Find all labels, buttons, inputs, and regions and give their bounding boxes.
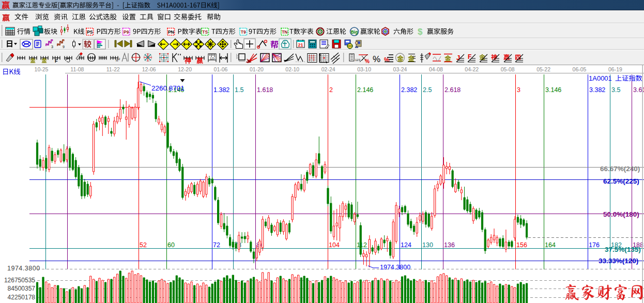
svg-text:124: 124 bbox=[401, 241, 411, 249]
svg-text:156: 156 bbox=[516, 241, 527, 249]
svg-text:3: 3 bbox=[51, 45, 53, 49]
svg-text:136: 136 bbox=[444, 241, 455, 249]
svg-text:PS: PS bbox=[87, 29, 93, 35]
svg-text:11-08: 11-08 bbox=[70, 66, 84, 72]
svg-text:06-05: 06-05 bbox=[573, 66, 587, 72]
svg-text:3.382: 3.382 bbox=[589, 86, 605, 94]
svg-text:PN: PN bbox=[168, 29, 174, 35]
svg-text:02-10: 02-10 bbox=[285, 66, 299, 72]
svg-text:12-06: 12-06 bbox=[142, 66, 156, 72]
svg-text:03-10: 03-10 bbox=[357, 66, 371, 72]
svg-text:2.382: 2.382 bbox=[401, 86, 417, 94]
svg-text:84500357: 84500357 bbox=[8, 285, 36, 292]
svg-text:04-22: 04-22 bbox=[465, 66, 479, 72]
svg-text:123: 123 bbox=[355, 58, 361, 62]
svg-text:3.5: 3.5 bbox=[611, 86, 620, 94]
svg-text:1.382: 1.382 bbox=[213, 86, 229, 94]
svg-text:03-24: 03-24 bbox=[393, 66, 407, 72]
svg-text:2.146: 2.146 bbox=[357, 86, 373, 94]
svg-text:05-22: 05-22 bbox=[536, 66, 550, 72]
svg-text:2.5: 2.5 bbox=[423, 86, 432, 94]
svg-text:130: 130 bbox=[422, 241, 433, 249]
svg-text:123: 123 bbox=[210, 57, 214, 60]
svg-text:01-20: 01-20 bbox=[250, 66, 264, 72]
svg-text:T9: T9 bbox=[241, 29, 246, 35]
svg-text:1974.3800: 1974.3800 bbox=[7, 265, 40, 272]
svg-text:126750535: 126750535 bbox=[4, 277, 35, 284]
svg-text:62.5%(225): 62.5%(225) bbox=[603, 177, 639, 185]
svg-text:72: 72 bbox=[213, 241, 220, 249]
svg-text:10-25: 10-25 bbox=[35, 66, 49, 72]
svg-text:12-20: 12-20 bbox=[178, 66, 192, 72]
svg-text:06-19: 06-19 bbox=[608, 66, 622, 72]
svg-text:3.146: 3.146 bbox=[545, 86, 561, 94]
svg-text:Big: Big bbox=[351, 29, 358, 35]
svg-text:3: 3 bbox=[517, 86, 520, 94]
svg-text:50.0%(180): 50.0%(180) bbox=[603, 210, 639, 218]
svg-text:112: 112 bbox=[357, 241, 367, 249]
svg-text:2.618: 2.618 bbox=[444, 86, 461, 94]
svg-text:TS: TS bbox=[202, 29, 208, 35]
svg-text:TN: TN bbox=[282, 29, 287, 35]
svg-text:01-06: 01-06 bbox=[214, 66, 228, 72]
svg-text:n: n bbox=[116, 58, 118, 63]
svg-text:1974.3800: 1974.3800 bbox=[380, 264, 410, 271]
svg-text:176: 176 bbox=[589, 241, 600, 249]
svg-text:11-22: 11-22 bbox=[106, 66, 120, 72]
svg-text:%: % bbox=[373, 54, 380, 64]
svg-text:42250178: 42250178 bbox=[8, 294, 36, 301]
svg-text:104: 104 bbox=[329, 241, 340, 249]
svg-text:33.33%(120): 33.33%(120) bbox=[599, 257, 638, 265]
svg-text:P9: P9 bbox=[124, 29, 129, 35]
svg-text:1.618: 1.618 bbox=[257, 86, 273, 94]
svg-text:F: F bbox=[468, 53, 471, 60]
svg-text:66.67%(240): 66.67%(240) bbox=[600, 165, 640, 173]
svg-text:2260.8701: 2260.8701 bbox=[151, 84, 185, 92]
svg-text:37.5%(135): 37.5%(135) bbox=[605, 246, 641, 253]
svg-text:1A0001: 1A0001 bbox=[589, 74, 612, 82]
svg-text:21: 21 bbox=[298, 42, 303, 48]
svg-text:1.5: 1.5 bbox=[235, 86, 243, 94]
svg-text:04-08: 04-08 bbox=[429, 66, 443, 72]
svg-text:02-24: 02-24 bbox=[321, 66, 335, 72]
svg-text:%: % bbox=[365, 58, 370, 64]
svg-text:F: F bbox=[55, 58, 58, 64]
svg-text:52: 52 bbox=[140, 241, 147, 249]
svg-text:9: 9 bbox=[63, 45, 65, 49]
svg-text:05-08: 05-08 bbox=[501, 66, 515, 72]
svg-text:60: 60 bbox=[167, 241, 175, 249]
svg-text:2: 2 bbox=[329, 86, 333, 94]
svg-text:164: 164 bbox=[545, 241, 556, 249]
svg-text:$: $ bbox=[418, 27, 423, 37]
